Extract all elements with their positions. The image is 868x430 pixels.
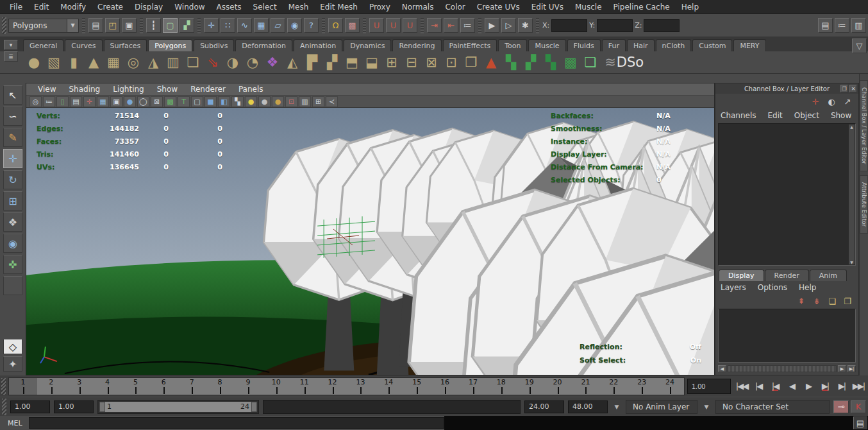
rotate-tool-icon[interactable]: ↻ — [3, 170, 22, 189]
open-scene-icon[interactable]: ◰ — [105, 18, 120, 33]
output-connections-icon[interactable]: ⇤ — [444, 18, 458, 33]
range-start-handle[interactable] — [99, 402, 105, 412]
shelf-tab-arrow-icon[interactable]: ▾ — [4, 40, 18, 50]
multi-pane-icon[interactable]: ⊞ — [312, 96, 324, 107]
soft-modification-tool-icon[interactable]: ◉ — [3, 234, 22, 253]
select-object-icon[interactable]: ▢ — [163, 18, 178, 33]
show-manipulator-tool-icon[interactable]: ✜ — [3, 255, 22, 274]
timeline-frame[interactable]: 1 — [9, 378, 37, 395]
magnet-point-icon[interactable]: U — [403, 18, 417, 33]
play-forwards-button[interactable]: ▶ — [800, 378, 817, 395]
poly-sphere-icon[interactable]: ● — [24, 53, 44, 72]
time-slider-grip[interactable] — [1, 378, 6, 395]
y-input[interactable] — [597, 19, 633, 32]
side-tab-channel-box[interactable]: Channel Box / Layer Editor — [860, 80, 868, 171]
timeline-frame[interactable]: 18 — [487, 378, 515, 395]
layer-editor-tab[interactable]: Render — [765, 270, 809, 281]
append-polygon-icon[interactable]: ▛ — [303, 53, 322, 72]
menu-item[interactable]: Options — [758, 283, 799, 292]
status-line-grip[interactable] — [2, 17, 6, 34]
menu-item[interactable]: Shading — [62, 85, 106, 94]
single-pane-layout-icon[interactable]: ◇ — [3, 339, 22, 354]
shelf-tab[interactable]: Muscle — [528, 39, 565, 51]
shelf-hanger-icon[interactable]: ▽ — [852, 39, 867, 53]
layer-editor-tab[interactable]: Anim — [810, 270, 847, 281]
poly-cube-icon[interactable]: ▧ — [44, 53, 63, 72]
textured-icon[interactable]: ▚ — [231, 96, 244, 107]
timeline-frame[interactable]: 9 — [234, 378, 262, 395]
speed-toggle-icon[interactable]: ◐ — [826, 96, 837, 107]
film-gate-icon[interactable]: ▦ — [97, 96, 109, 107]
panel-title-bar[interactable]: Channel Box / Layer Editor ❐ ✕ — [715, 83, 858, 94]
menu-item[interactable]: Help — [799, 283, 828, 292]
axis-icon[interactable]: ✛ — [83, 96, 96, 107]
snap-to-center-icon[interactable]: ◉ — [287, 18, 302, 33]
ipr-render-icon[interactable]: ▷ — [501, 18, 516, 33]
image-plane-icon[interactable]: ▤ — [70, 96, 82, 107]
magnet-grid-icon[interactable]: U — [369, 18, 384, 33]
safe-title-icon[interactable]: T — [178, 96, 190, 107]
sidebar-channel-box-icon[interactable]: ▥ — [851, 18, 866, 33]
shelf-tab[interactable]: Fur — [602, 39, 626, 51]
playback-end-field[interactable]: 24.00 — [524, 400, 564, 413]
set-key-icon[interactable]: ⊸ — [833, 400, 849, 413]
timeline-frame[interactable]: 3 — [65, 378, 94, 395]
bridge-icon[interactable]: ⬓ — [362, 53, 381, 72]
lock-selection-icon[interactable]: Ω — [328, 18, 343, 33]
timeline-frame[interactable]: 15 — [403, 378, 431, 395]
menu-item[interactable]: Edit — [28, 3, 54, 12]
timeline-frame[interactable]: 5 — [122, 378, 150, 395]
shelf-tab[interactable]: Polygons — [148, 39, 192, 51]
timeline-frame[interactable]: 7 — [178, 378, 206, 395]
snap-help-icon[interactable]: ? — [304, 18, 319, 33]
snap-to-grids-icon[interactable]: ▦ — [254, 18, 269, 33]
move-tool-icon[interactable]: ✛ — [3, 149, 22, 168]
timeline-frame[interactable]: 12 — [319, 378, 347, 395]
extrude-icon[interactable]: ⇘ — [203, 53, 222, 72]
timeline-frame[interactable]: 10 — [262, 378, 290, 395]
snap-to-curves-icon[interactable]: ∿ — [237, 18, 252, 33]
create-empty-layer-icon[interactable]: ❏ — [826, 296, 838, 307]
split-polygon-icon[interactable]: ▞ — [322, 53, 342, 72]
last-tool-slot[interactable] — [3, 276, 22, 295]
viewport-scene[interactable]: Verts:71514 00 Edges:144182 00 Faces:733… — [26, 108, 714, 375]
shelf-tab[interactable]: PaintEffects — [443, 39, 497, 51]
xray-icon[interactable]: ▥ — [299, 96, 311, 107]
select-camera-icon[interactable]: ◎ — [29, 96, 42, 107]
channel-box-scrollbar[interactable]: ▲▼ — [849, 125, 855, 264]
move-layer-up-icon[interactable]: ⇞ — [796, 296, 807, 307]
input-connections-icon[interactable]: ⇥ — [427, 18, 442, 33]
menu-item[interactable]: View — [31, 85, 62, 94]
step-forward-key-button[interactable]: ▶| — [817, 378, 833, 395]
menu-item[interactable]: Create — [92, 3, 129, 12]
share-view-icon[interactable]: ≺ — [326, 96, 338, 107]
shelf-tab[interactable]: Animation — [294, 39, 342, 51]
sidebar-attribute-editor-icon[interactable]: ▤ — [818, 18, 833, 33]
select-component-icon[interactable]: ▞ — [179, 18, 194, 33]
play-backwards-button[interactable]: ◀ — [783, 378, 800, 395]
render-current-frame-icon[interactable]: ▶ — [485, 18, 499, 33]
z-input[interactable] — [644, 19, 680, 32]
scroll-left-icon[interactable]: ◀ — [718, 365, 726, 372]
duplicate-face-icon[interactable]: ❐ — [462, 53, 481, 72]
menu-item[interactable]: Edit — [768, 111, 794, 120]
selection-mode-dropdown[interactable]: Polygons ▼ — [8, 19, 79, 33]
playback-start-field[interactable]: 1.00 — [10, 400, 50, 413]
shelf-tab[interactable]: Dynamics — [344, 39, 391, 51]
timeline-frame[interactable]: 2 — [37, 378, 65, 395]
poly-cylinder-icon[interactable]: ▮ — [64, 53, 83, 72]
anim-layer-selector[interactable]: No Anim Layer — [626, 400, 697, 414]
camera-attributes-icon[interactable]: ≔ — [43, 96, 55, 107]
shelf-tab[interactable]: General — [23, 39, 63, 51]
sculpt-geometry-icon[interactable]: ▲ — [481, 53, 501, 72]
ornament-layout-icon[interactable]: ✦ — [3, 356, 22, 372]
create-layer-from-selected-icon[interactable]: ❐ — [842, 296, 853, 307]
step-forward-frame-button[interactable]: ▶| — [833, 378, 850, 395]
shelf-tab[interactable]: Subdivs — [194, 39, 234, 51]
shelf-tab[interactable]: Custom — [692, 39, 732, 51]
scroll-end-icon[interactable]: ▶| — [847, 365, 856, 372]
animation-end-field[interactable]: 48.00 — [568, 400, 608, 413]
paint-selection-tool-icon[interactable]: ✎ — [3, 128, 22, 147]
scale-tool-icon[interactable]: ⊞ — [3, 191, 22, 211]
bookmarks-icon[interactable]: ▯ — [56, 96, 69, 107]
